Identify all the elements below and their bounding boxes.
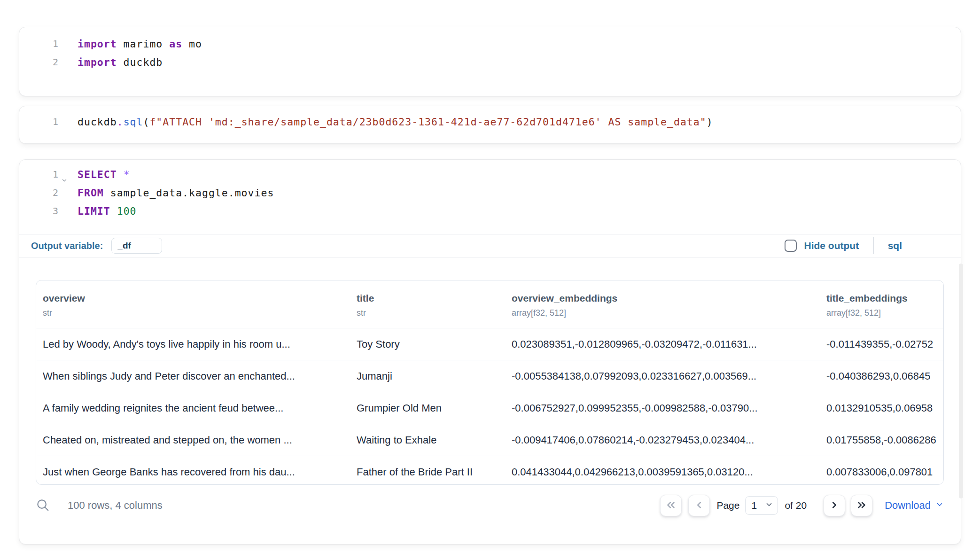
- chevron-right-icon: [828, 499, 840, 513]
- column-header-overview-embeddings[interactable]: overview_embeddings array[f32, 512]: [505, 280, 820, 328]
- language-toggle-sql[interactable]: sql: [888, 240, 902, 251]
- code-token: SELECT: [78, 169, 117, 180]
- search-button[interactable]: [36, 498, 50, 513]
- line-number: 1: [19, 35, 58, 53]
- table-row[interactable]: Led by Woody, Andy's toys live happily i…: [36, 328, 943, 360]
- cell-overview-embeddings: 0.041433044,0.042966213,0.0039591365,0.0…: [505, 466, 820, 478]
- cell-title-embeddings: 0.007833006,0.097801: [820, 466, 943, 478]
- code-token: 100: [117, 205, 137, 217]
- code-token: mo: [182, 38, 202, 50]
- divider: [873, 237, 874, 254]
- cell-title: Grumpier Old Men: [350, 402, 505, 414]
- code-area[interactable]: SELECT * FROM sample_data.kaggle.movies …: [66, 165, 274, 220]
- sql-config-row: Output variable: Hide output sql: [19, 234, 961, 257]
- code-area[interactable]: duckdb.sql(f"ATTACH 'md:_share/sample_da…: [66, 113, 713, 131]
- line-number-gutter: 1 2 3: [19, 165, 66, 220]
- first-page-button[interactable]: [660, 495, 682, 516]
- cell-output: overview str title str overview_embeddin…: [19, 257, 961, 544]
- page-label: Page: [716, 500, 739, 511]
- chevrons-right-icon: [856, 499, 868, 513]
- hide-output-label[interactable]: Hide output: [804, 240, 859, 251]
- line-number: 1: [19, 113, 58, 131]
- download-label: Download: [885, 499, 931, 512]
- column-header-title-embeddings[interactable]: title_embeddings array[f32, 512]: [820, 280, 943, 328]
- code-line: FROM sample_data.kaggle.movies: [78, 184, 274, 202]
- code-token: duckdb: [117, 56, 163, 68]
- previous-page-button[interactable]: [688, 495, 710, 516]
- column-type: array[f32, 512]: [826, 308, 943, 318]
- column-name: title: [357, 293, 505, 304]
- fold-chevron-down-icon[interactable]: [61, 171, 68, 190]
- cell-overview: A family wedding reignites the ancient f…: [36, 402, 350, 414]
- line-number-gutter: 1 2: [19, 35, 66, 71]
- line-number: 2: [19, 53, 58, 71]
- code-cell-imports: 1 2 import marimo as mo import duckdb: [19, 27, 961, 96]
- cell-overview: Just when George Banks has recovered fro…: [36, 466, 350, 478]
- code-token: marimo: [117, 38, 170, 50]
- chevron-left-icon: [693, 499, 705, 513]
- page-select-value: 1: [751, 500, 757, 511]
- sql-cell: 1 2 3 SELECT * FROM sample_data.kaggle.m…: [19, 159, 961, 544]
- line-number: 2: [19, 184, 58, 202]
- code-token: sql: [124, 116, 143, 128]
- cell-overview: When siblings Judy and Peter discover an…: [36, 370, 350, 382]
- cell-title-embeddings: -0.040386293,0.06845: [820, 370, 943, 382]
- cell-title: Jumanji: [350, 370, 505, 382]
- vertical-scrollbar[interactable]: [959, 264, 963, 498]
- dataframe-table: overview str title str overview_embeddin…: [36, 280, 944, 485]
- chevrons-left-icon: [665, 499, 677, 513]
- code-line: import duckdb: [78, 53, 202, 71]
- page-select[interactable]: 1: [745, 496, 778, 515]
- line-number: 3: [19, 202, 58, 220]
- code-token: LIMIT: [78, 205, 110, 217]
- code-token: sample_data.kaggle.movies: [104, 187, 274, 199]
- download-menu[interactable]: Download: [885, 499, 944, 512]
- column-header-overview[interactable]: overview str: [36, 280, 350, 328]
- code-line: import marimo as mo: [78, 35, 202, 53]
- code-token: f"ATTACH 'md:_share/sample_data/23b0d623…: [149, 116, 706, 128]
- last-page-button[interactable]: [851, 495, 872, 516]
- table-row[interactable]: Just when George Banks has recovered fro…: [36, 456, 943, 485]
- code-editor[interactable]: 1 duckdb.sql(f"ATTACH 'md:_share/sample_…: [19, 106, 961, 131]
- next-page-button[interactable]: [824, 495, 845, 516]
- column-type: str: [43, 308, 350, 318]
- cell-overview: Cheated on, mistreated and stepped on, t…: [36, 434, 350, 446]
- cell-title-embeddings: 0.0132910535,0.06958: [820, 402, 943, 414]
- hide-output-checkbox[interactable]: [785, 240, 797, 252]
- column-header-title[interactable]: title str: [350, 280, 505, 328]
- table-row[interactable]: Cheated on, mistreated and stepped on, t…: [36, 424, 943, 456]
- line-number-gutter: 1: [19, 113, 66, 131]
- cell-overview-embeddings: -0.006752927,0.099952355,-0.009982588,-0…: [505, 402, 820, 414]
- search-icon: [36, 498, 50, 513]
- line-number: 1: [19, 165, 58, 184]
- table-footer: 100 rows, 4 columns Page 1 of 20: [36, 489, 944, 522]
- column-type: str: [357, 308, 505, 318]
- code-token: [117, 169, 124, 180]
- chevron-down-icon: [931, 499, 944, 512]
- column-type: array[f32, 512]: [512, 308, 820, 318]
- pagination: Page 1 of 20 Download: [660, 495, 944, 516]
- output-variable-input[interactable]: [111, 238, 162, 254]
- table-header-row: overview str title str overview_embeddin…: [36, 280, 943, 328]
- cell-title-embeddings: -0.011439355,-0.02752: [820, 338, 943, 350]
- code-line: LIMIT 100: [78, 202, 274, 220]
- code-token: (: [143, 116, 149, 128]
- cell-overview-embeddings: -0.0055384138,0.07992093,0.023316627,0.0…: [505, 370, 820, 382]
- cell-title: Father of the Bride Part II: [350, 466, 505, 478]
- output-variable-label: Output variable:: [31, 241, 103, 251]
- table-row[interactable]: A family wedding reignites the ancient f…: [36, 392, 943, 424]
- row-count-summary: 100 rows, 4 columns: [68, 499, 163, 512]
- cell-title: Waiting to Exhale: [350, 434, 505, 446]
- code-editor[interactable]: 1 2 3 SELECT * FROM sample_data.kaggle.m…: [19, 160, 961, 234]
- cell-overview: Led by Woody, Andy's toys live happily i…: [36, 338, 350, 350]
- code-editor[interactable]: 1 2 import marimo as mo import duckdb: [19, 27, 961, 71]
- code-token: .: [117, 116, 124, 128]
- code-token: import: [78, 38, 117, 50]
- column-name: overview: [43, 293, 350, 304]
- code-area[interactable]: import marimo as mo import duckdb: [66, 35, 202, 71]
- table-row[interactable]: When siblings Judy and Peter discover an…: [36, 360, 943, 392]
- chevron-down-icon: [765, 500, 773, 511]
- total-pages-label: of 20: [785, 500, 807, 511]
- code-line: SELECT *: [78, 165, 274, 184]
- column-name: overview_embeddings: [512, 293, 820, 304]
